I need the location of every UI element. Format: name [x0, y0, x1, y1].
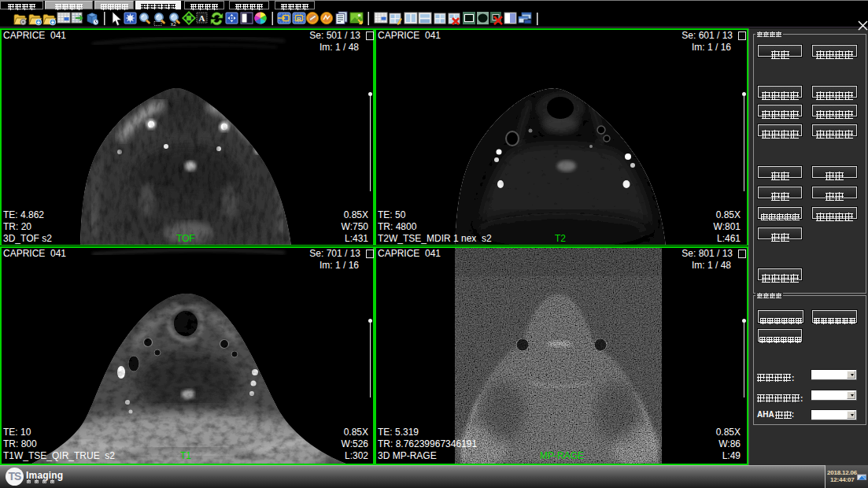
svg-text:B: B — [297, 16, 301, 23]
svg-text:A: A — [199, 13, 205, 23]
svg-text:x2: x2 — [171, 21, 176, 27]
